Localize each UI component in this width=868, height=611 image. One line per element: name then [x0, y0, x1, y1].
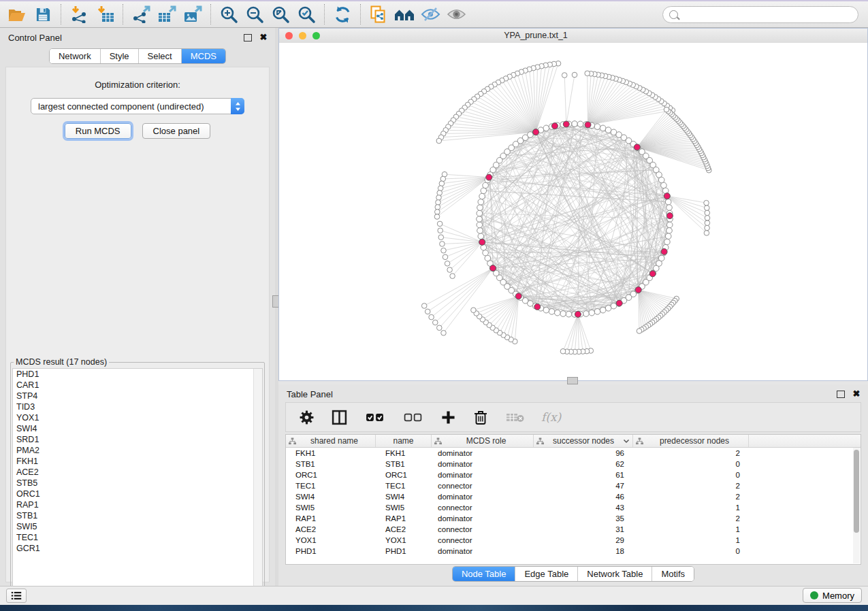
table-scrollbar-thumb[interactable] [854, 450, 859, 533]
network-leaf-node[interactable] [429, 314, 434, 320]
network-node[interactable] [566, 311, 572, 317]
network-leaf-node[interactable] [705, 210, 710, 216]
network-leaf-node[interactable] [435, 210, 440, 215]
criterion-dropdown[interactable]: largest connected component (undirected) [31, 98, 244, 114]
network-node[interactable] [664, 239, 671, 245]
network-leaf-node[interactable] [439, 181, 445, 186]
network-node[interactable] [477, 210, 483, 216]
network-leaf-node[interactable] [438, 228, 443, 233]
network-leaf-node[interactable] [447, 267, 453, 273]
delete-column-button[interactable] [472, 408, 489, 426]
network-node[interactable] [572, 121, 578, 127]
mcds-result-item[interactable]: ACE2 [13, 467, 262, 478]
close-panel-action-button[interactable]: Close panel [142, 123, 211, 139]
network-node[interactable] [605, 127, 611, 133]
table-row[interactable]: SWI4SWI4dominator462 [286, 491, 861, 502]
table-row[interactable]: PHD1PHD1dominator180 [286, 546, 861, 557]
mcds-hub-node[interactable] [661, 248, 667, 254]
network-node[interactable] [478, 233, 484, 240]
table-settings-button[interactable] [298, 408, 315, 426]
network-node[interactable] [583, 311, 590, 317]
network-node[interactable] [555, 310, 561, 316]
network-leaf-node[interactable] [435, 205, 440, 210]
network-leaf-node[interactable] [445, 261, 450, 267]
mcds-hub-node[interactable] [486, 174, 492, 180]
network-leaf-node[interactable] [705, 225, 710, 231]
table-row[interactable]: ACE2ACE2connector311 [286, 524, 861, 535]
network-graph[interactable] [279, 43, 867, 380]
network-leaf-node[interactable] [443, 254, 448, 260]
network-leaf-node[interactable] [441, 331, 447, 336]
network-node[interactable] [605, 306, 611, 312]
zoom-in-button[interactable] [216, 3, 242, 26]
network-leaf-node[interactable] [637, 329, 642, 334]
network-node[interactable] [666, 222, 673, 228]
network-leaf-node[interactable] [705, 220, 710, 226]
mcds-hub-node[interactable] [635, 287, 641, 293]
network-leaf-node[interactable] [433, 320, 438, 325]
network-node[interactable] [611, 303, 617, 309]
network-leaf-node[interactable] [438, 235, 444, 240]
search-box[interactable] [662, 6, 858, 23]
add-column-button[interactable] [439, 408, 457, 426]
network-leaf-node[interactable] [585, 71, 590, 76]
mcds-result-item[interactable]: YOX1 [13, 412, 262, 423]
mcds-result-item[interactable]: TID3 [13, 401, 262, 412]
network-node[interactable] [560, 311, 566, 317]
network-leaf-node[interactable] [441, 248, 447, 253]
mcds-result-item[interactable]: ORC1 [13, 489, 262, 499]
close-panel-button[interactable]: ✖ [259, 33, 268, 42]
network-node[interactable] [661, 182, 667, 188]
mcds-result-item[interactable]: STB1 [13, 510, 262, 521]
network-node[interactable] [666, 228, 673, 234]
column-header-successor-nodes[interactable]: successor nodes [534, 435, 633, 447]
mcds-result-item[interactable]: CAR1 [13, 380, 262, 391]
mcds-result-item[interactable]: TEC1 [13, 532, 262, 543]
table-row[interactable]: ORC1ORC1dominator610 [286, 469, 861, 480]
network-leaf-node[interactable] [436, 138, 442, 144]
mcds-list-scrollbar[interactable] [253, 369, 262, 609]
mcds-hub-node[interactable] [664, 193, 670, 199]
network-leaf-node[interactable] [434, 214, 440, 220]
import-network-button[interactable] [66, 3, 92, 26]
network-node[interactable] [549, 309, 555, 315]
run-mcds-button[interactable]: Run MCDS [65, 123, 131, 139]
column-header-name[interactable]: name [376, 435, 432, 447]
network-leaf-node[interactable] [572, 72, 577, 78]
network-leaf-node[interactable] [437, 221, 443, 227]
tab-mcds[interactable]: MCDS [182, 49, 225, 63]
export-table-button[interactable] [154, 3, 180, 26]
mcds-hub-node[interactable] [479, 239, 485, 245]
search-input[interactable] [682, 9, 852, 20]
zoom-fit-button[interactable] [268, 3, 293, 26]
network-leaf-node[interactable] [421, 303, 427, 309]
network-node[interactable] [477, 216, 483, 222]
column-header-MCDS-role[interactable]: MCDS role [432, 435, 534, 447]
network-node[interactable] [658, 177, 664, 183]
mcds-result-item[interactable]: FKH1 [13, 456, 262, 467]
mcds-hub-node[interactable] [563, 121, 569, 127]
open-session-button[interactable] [4, 3, 30, 26]
network-leaf-node[interactable] [437, 325, 443, 331]
memory-button[interactable]: Memory [803, 588, 862, 603]
table-row[interactable]: SWI5SWI5connector431 [286, 502, 861, 513]
network-leaf-node[interactable] [425, 309, 430, 314]
tab-select[interactable]: Select [139, 49, 182, 63]
show-all-button[interactable] [443, 3, 469, 26]
refresh-button[interactable] [329, 3, 355, 26]
network-node[interactable] [477, 222, 483, 228]
network-leaf-node[interactable] [560, 349, 566, 354]
network-node[interactable] [600, 125, 606, 131]
network-node[interactable] [481, 188, 487, 194]
close-table-panel-button[interactable]: ✖ [852, 389, 861, 399]
network-leaf-node[interactable] [705, 216, 710, 221]
tab-style[interactable]: Style [101, 49, 139, 63]
network-node[interactable] [665, 233, 671, 240]
export-network-button[interactable] [128, 3, 154, 26]
hide-selected-button[interactable] [417, 3, 443, 26]
export-image-button[interactable] [180, 3, 206, 26]
automation-panel-button[interactable] [6, 589, 27, 603]
table-row[interactable]: RAP1RAP1dominator352 [286, 513, 861, 524]
table-row[interactable]: FKH1FKH1dominator962 [286, 448, 861, 459]
table-scrollbar[interactable] [853, 448, 860, 563]
